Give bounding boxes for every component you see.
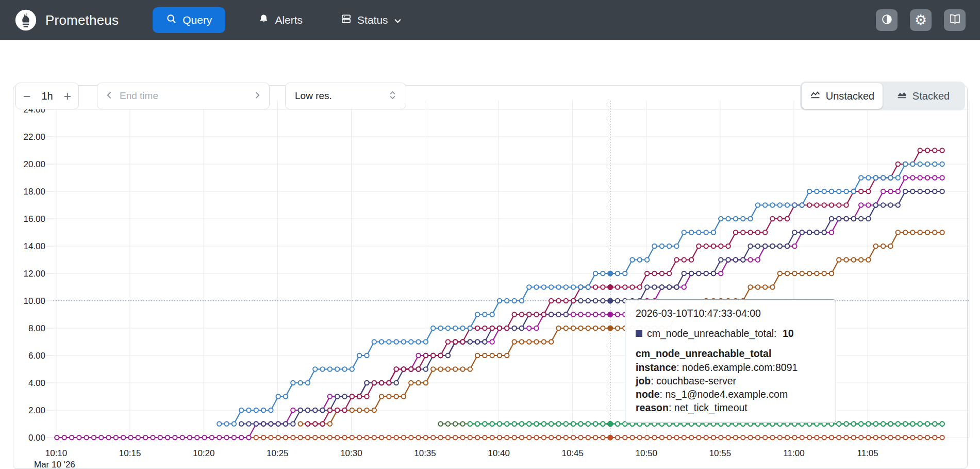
svg-text:18.00: 18.00: [23, 187, 45, 197]
nav-item-status[interactable]: Status: [336, 7, 407, 33]
tooltip-label-row: jobcouchbase-server: [636, 374, 825, 387]
tooltip-series-value: 10: [783, 328, 794, 339]
tooltip-series-row: cm_node_unreachable_total: 10: [636, 328, 825, 339]
nav-item-alerts[interactable]: Alerts: [253, 7, 308, 33]
theme-toggle-button[interactable]: [876, 9, 898, 31]
svg-text:4.00: 4.00: [28, 378, 45, 388]
svg-text:16.00: 16.00: [23, 214, 45, 224]
svg-text:Mar 10 '26: Mar 10 '26: [34, 460, 75, 469]
svg-text:11:00: 11:00: [783, 448, 804, 458]
svg-text:10:30: 10:30: [340, 448, 362, 458]
settings-gear-icon: ⚙: [915, 13, 927, 27]
end-time-forward-button[interactable]: [252, 91, 263, 101]
app-title: Prometheus: [45, 12, 119, 28]
settings-button[interactable]: ⚙: [910, 9, 932, 31]
svg-text:10:15: 10:15: [119, 448, 141, 458]
range-value[interactable]: 1h: [41, 90, 53, 102]
resolution-value: Low res.: [295, 90, 332, 102]
nav-query-label: Query: [182, 14, 212, 26]
svg-text:12.00: 12.00: [23, 269, 45, 279]
svg-text:10:45: 10:45: [561, 448, 584, 458]
navbar: Prometheus Query Alerts: [0, 0, 980, 40]
svg-text:11:05: 11:05: [857, 448, 878, 458]
series-swatch: [636, 330, 642, 337]
graph-tooltip: 2026-03-10T10:47:33-04:00 cm_node_unreac…: [625, 299, 836, 423]
stacked-button[interactable]: Stacked: [883, 83, 964, 109]
stacking-toggle: Unstacked Stacked: [800, 82, 965, 110]
resolution-select[interactable]: Low res.: [285, 83, 406, 109]
nav-alerts-label: Alerts: [275, 14, 303, 26]
svg-text:8.00: 8.00: [28, 324, 45, 333]
range-control: − 1h +: [15, 83, 79, 109]
tooltip-label-row: nodens_1@node4.example.com: [636, 387, 825, 401]
series-navy: [239, 189, 944, 426]
prometheus-logo-icon: [14, 9, 37, 31]
svg-text:22.00: 22.00: [23, 132, 45, 142]
svg-text:10:35: 10:35: [414, 448, 436, 458]
documentation-button[interactable]: [944, 9, 966, 31]
svg-text:10.00: 10.00: [23, 296, 45, 306]
theme-toggle-icon: [881, 13, 893, 27]
tooltip-timestamp: 2026-03-10T10:47:33-04:00: [636, 308, 825, 319]
svg-text:6.00: 6.00: [28, 351, 45, 361]
stacked-label: Stacked: [912, 90, 950, 102]
tooltip-label-row: instancenode6.example.com:8091: [636, 361, 825, 374]
end-time-control: [97, 83, 270, 109]
nav-item-query[interactable]: Query: [153, 7, 225, 33]
range-increase-button[interactable]: +: [62, 90, 72, 103]
chevron-down-icon: [394, 14, 402, 26]
svg-text:10:25: 10:25: [267, 448, 289, 458]
end-time-input[interactable]: [114, 90, 252, 102]
chevron-left-icon: [106, 91, 112, 101]
range-decrease-button[interactable]: −: [22, 90, 32, 103]
series-orange: [246, 435, 944, 440]
svg-text:10:50: 10:50: [636, 448, 658, 458]
svg-text:0.00: 0.00: [28, 433, 45, 443]
chevron-right-icon: [254, 91, 261, 101]
svg-text:2.00: 2.00: [28, 406, 45, 415]
tooltip-detail: cm_node_unreachable_total instancenode6.…: [636, 348, 825, 415]
unstacked-button[interactable]: Unstacked: [802, 83, 883, 109]
svg-text:10:20: 10:20: [193, 448, 215, 458]
bell-icon: [258, 13, 269, 27]
svg-text:20.00: 20.00: [23, 159, 45, 169]
search-icon: [166, 13, 177, 27]
tooltip-series-label: cm_node_unreachable_total: [647, 328, 774, 339]
tooltip-label-row: reasonnet_tick_timeout: [636, 401, 825, 414]
server-icon: [341, 13, 352, 27]
main-nav: Query Alerts Status: [153, 7, 406, 33]
navbar-actions: ⚙: [876, 9, 966, 31]
nav-status-label: Status: [357, 14, 388, 26]
area-chart-icon: [896, 89, 907, 103]
svg-text:10:10: 10:10: [45, 448, 68, 458]
graph-controls: − 1h + Low res.: [0, 40, 980, 76]
line-chart-icon: [810, 89, 821, 103]
svg-text:10:40: 10:40: [488, 448, 510, 458]
svg-text:10:55: 10:55: [709, 448, 732, 458]
end-time-back-button[interactable]: [104, 91, 114, 101]
select-arrows-icon: [389, 90, 396, 102]
documentation-book-icon: [949, 13, 961, 27]
svg-text:14.00: 14.00: [23, 241, 45, 251]
unstacked-label: Unstacked: [826, 90, 875, 102]
brand: Prometheus: [14, 9, 119, 31]
tooltip-metric-name: cm_node_unreachable_total: [636, 348, 825, 360]
